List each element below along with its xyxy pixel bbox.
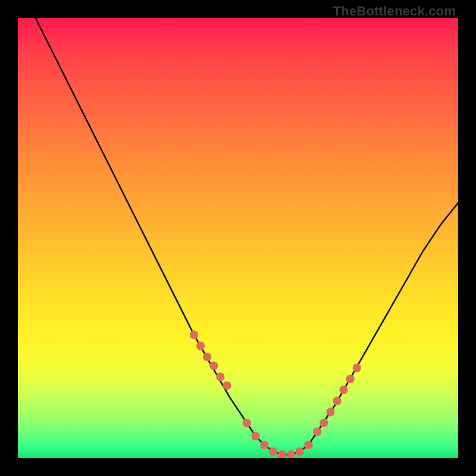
chart-frame <box>18 18 458 458</box>
watermark-text: TheBottleneck.com <box>333 4 456 19</box>
plot-area <box>18 18 458 458</box>
gradient-background <box>18 18 458 458</box>
